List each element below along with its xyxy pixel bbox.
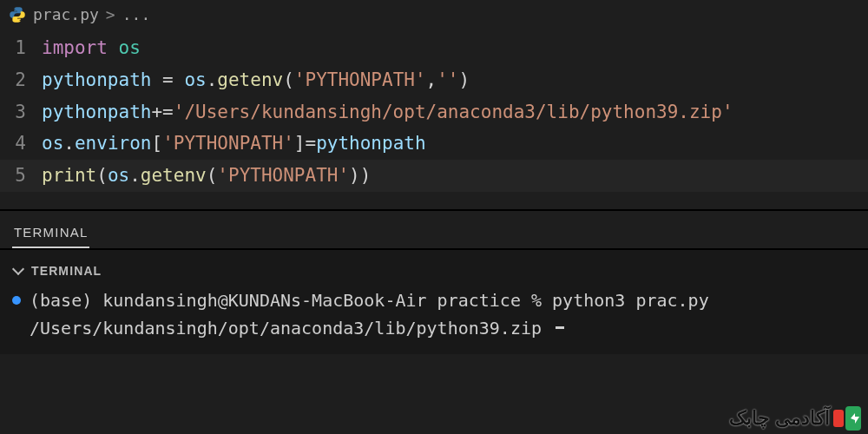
watermark: آکادمی چابک [729,406,863,431]
code-content[interactable]: pythonpath+='/Users/kundansingh/opt/anac… [42,96,733,128]
python-file-icon [9,6,26,23]
terminal-header-label: TERMINAL [31,264,102,278]
tab-terminal[interactable]: TERMINAL [12,220,89,248]
code-line[interactable]: 5print(os.getenv('PYTHONPATH')) [0,160,868,192]
watermark-logo-icon [833,406,863,431]
code-line[interactable]: 1import os [0,32,868,64]
terminal-text: /Users/kundansingh/opt/anaconda3/lib/pyt… [30,314,542,342]
code-content[interactable]: pythonpath = os.getenv('PYTHONPATH','') [42,64,470,96]
code-line[interactable]: 2pythonpath = os.getenv('PYTHONPATH','') [0,64,868,96]
line-number: 5 [0,160,42,192]
panel-tabs: TERMINAL [0,211,868,248]
code-content[interactable]: print(os.getenv('PYTHONPATH')) [42,160,371,192]
terminal-section-header[interactable]: TERMINAL [12,259,856,286]
code-editor[interactable]: 1import os2pythonpath = os.getenv('PYTHO… [0,29,868,209]
line-number: 1 [0,32,42,64]
code-content[interactable]: import os [42,32,141,64]
terminal-cursor [556,326,564,329]
line-number: 4 [0,128,42,160]
code-content[interactable]: os.environ['PYTHONPATH']=pythonpath [42,128,426,160]
terminal-text: (base) kundansingh@KUNDANs-MacBook-Air p… [30,286,709,314]
chevron-right-icon: > [106,5,115,23]
breadcrumb-ellipsis[interactable]: ... [122,5,151,23]
line-number: 2 [0,64,42,96]
line-number: 3 [0,96,42,128]
code-line[interactable]: 4os.environ['PYTHONPATH']=pythonpath [0,128,868,160]
terminal-panel: TERMINAL (base) kundansingh@KUNDANs-MacB… [0,250,868,354]
chevron-down-icon [12,263,24,275]
breadcrumb-filename[interactable]: prac.py [33,5,99,23]
breadcrumb: prac.py > ... [0,0,868,29]
watermark-text: آکادمی چابک [729,407,830,430]
code-line[interactable]: 3pythonpath+='/Users/kundansingh/opt/ana… [0,96,868,128]
terminal-line: /Users/kundansingh/opt/anaconda3/lib/pyt… [12,314,856,342]
terminal-output[interactable]: (base) kundansingh@KUNDANs-MacBook-Air p… [12,286,856,342]
svg-rect-0 [833,410,844,427]
status-dot-icon [12,296,21,305]
terminal-line: (base) kundansingh@KUNDANs-MacBook-Air p… [12,286,856,314]
